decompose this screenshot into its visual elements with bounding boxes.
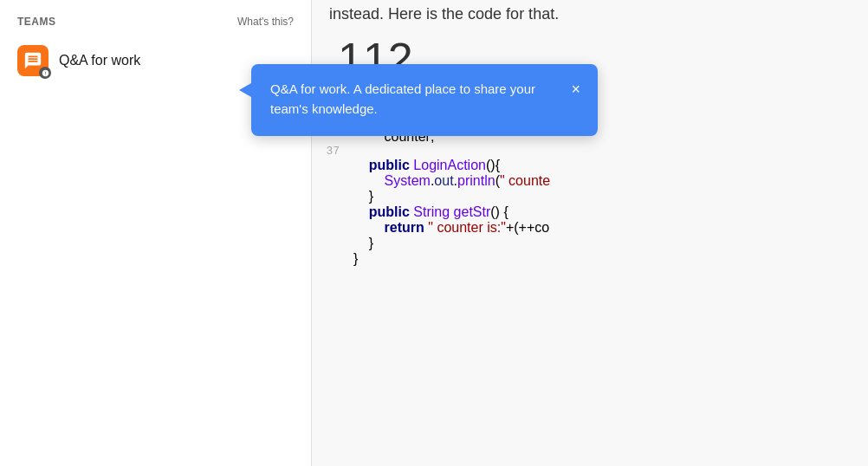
top-text: instead. Here is the code for that. [312, 0, 868, 29]
code-text: return " counter is:"+(++co [353, 220, 549, 236]
code-text: public LoginAction(){ [353, 158, 500, 173]
code-line: } [312, 189, 868, 204]
top-text-content: instead. Here is the code for that. [329, 5, 559, 23]
tooltip-close-button[interactable]: × [571, 81, 580, 97]
sidebar-header: TEAMS What's this? [0, 0, 311, 36]
code-line: } [312, 236, 868, 251]
code-text: } [353, 251, 358, 267]
code-line: } [312, 251, 868, 267]
code-text: } [353, 189, 373, 204]
tooltip-header: Q&A for work. A dedicated place to share… [270, 80, 580, 119]
tooltip-popover: Q&A for work. A dedicated place to share… [251, 64, 598, 136]
line-num: 37 [312, 145, 353, 158]
code-text: } [353, 236, 373, 251]
tooltip-text: Q&A for work. A dedicated place to share… [270, 80, 571, 119]
sidebar: TEAMS What's this? Q&A for work Q&A for … [0, 0, 312, 466]
team-badge-icon [39, 67, 51, 79]
code-line: System.out.println(" counte [312, 173, 868, 189]
code-line: public LoginAction(){ [312, 158, 868, 173]
code-line: 37 [312, 145, 868, 158]
chat-icon [23, 51, 42, 70]
team-name: Q&A for work [59, 53, 140, 68]
teams-label: TEAMS [17, 16, 56, 28]
whats-this-link[interactable]: What's this? [237, 16, 294, 28]
code-text: public String getStr() { [353, 204, 508, 220]
team-icon-wrapper [17, 45, 49, 76]
code-line: public String getStr() { [312, 204, 868, 220]
settings-small-icon [42, 69, 49, 77]
code-line: return " counter is:"+(++co [312, 220, 868, 236]
code-text: System.out.println(" counte [353, 173, 550, 189]
